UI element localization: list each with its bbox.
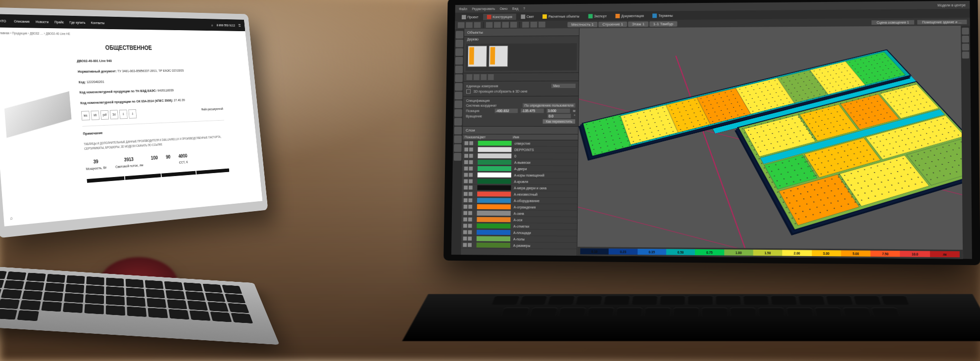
viewport-3d[interactable]: 0.100.230.350.500.751.001.502.003.005.00… bbox=[577, 26, 963, 259]
visibility-toggles[interactable] bbox=[464, 160, 478, 164]
tool-button[interactable] bbox=[466, 22, 473, 28]
layer-row[interactable]: А-кровля bbox=[462, 178, 577, 185]
tab[interactable] bbox=[196, 169, 230, 175]
vtool-button[interactable] bbox=[455, 74, 463, 82]
layer-row[interactable]: А-двери bbox=[462, 166, 578, 172]
tab[interactable] bbox=[161, 171, 196, 177]
tab-project[interactable]: Проект bbox=[458, 14, 482, 20]
menu-item[interactable]: Редактировать bbox=[472, 7, 495, 10]
layer-row[interactable]: отверстие bbox=[463, 140, 578, 147]
tool-button[interactable] bbox=[494, 22, 501, 28]
visibility-toggles[interactable] bbox=[464, 147, 478, 151]
promo-link[interactable]: Модели в центре bbox=[937, 3, 966, 6]
download-icon[interactable]: pdf bbox=[100, 110, 109, 120]
crumb-item[interactable]: Этаж 1 bbox=[628, 21, 648, 27]
vtool-button[interactable] bbox=[454, 118, 462, 126]
crumb-item[interactable]: Местность 1 bbox=[567, 21, 597, 27]
panel-icon-button[interactable] bbox=[481, 74, 487, 80]
vtool-button[interactable] bbox=[456, 31, 464, 39]
menu-item[interactable]: Вид bbox=[512, 6, 518, 10]
visibility-toggles[interactable] bbox=[463, 243, 476, 247]
nav-item[interactable]: Описание bbox=[14, 19, 30, 23]
tab[interactable] bbox=[125, 174, 161, 180]
visibility-toggles[interactable] bbox=[464, 205, 477, 209]
visibility-toggles[interactable] bbox=[464, 173, 478, 177]
vtool-button[interactable] bbox=[454, 144, 462, 152]
thumbnail[interactable] bbox=[468, 45, 487, 67]
pos-z-input[interactable] bbox=[547, 108, 570, 113]
visibility-toggles[interactable] bbox=[464, 179, 477, 183]
checkbox-icon[interactable] bbox=[466, 89, 471, 93]
visibility-toggles[interactable] bbox=[464, 185, 477, 189]
visibility-toggles[interactable] bbox=[464, 141, 478, 145]
visibility-toggles[interactable] bbox=[464, 192, 477, 196]
layer-color-swatch[interactable] bbox=[477, 230, 510, 235]
visibility-toggles[interactable] bbox=[464, 167, 478, 171]
menu-item[interactable]: Файл bbox=[459, 7, 467, 10]
visibility-toggles[interactable] bbox=[463, 211, 477, 215]
layer-color-swatch[interactable] bbox=[477, 217, 510, 222]
layer-color-swatch[interactable] bbox=[478, 173, 511, 178]
tool-button[interactable] bbox=[510, 22, 517, 28]
vtool-button[interactable] bbox=[962, 28, 969, 35]
vtool-button[interactable] bbox=[455, 48, 463, 56]
layer-row[interactable]: А-ограждения bbox=[462, 204, 578, 211]
logo[interactable]: ВЕНТО bbox=[0, 18, 6, 23]
tab-calc-objects[interactable]: Расчетные объекты bbox=[539, 13, 584, 19]
visibility-toggles[interactable] bbox=[464, 154, 478, 158]
layer-row[interactable]: А-неизвестный bbox=[462, 191, 578, 198]
layer-row[interactable]: А-мера двери и окна bbox=[462, 184, 578, 191]
vtool-button[interactable] bbox=[454, 127, 462, 135]
tool-button[interactable] bbox=[486, 22, 493, 28]
vtool-button[interactable] bbox=[454, 135, 462, 143]
download-icon[interactable]: ⇩ bbox=[128, 109, 137, 119]
menu-item[interactable]: Окно bbox=[500, 7, 508, 10]
vtool-button[interactable] bbox=[455, 40, 463, 47]
tab-construction[interactable]: Конструкция bbox=[483, 13, 516, 20]
panel-icon-button[interactable] bbox=[474, 74, 480, 80]
layer-row[interactable]: А-коры помещений bbox=[462, 172, 578, 179]
tool-button[interactable] bbox=[531, 22, 538, 28]
visibility-toggles[interactable] bbox=[463, 236, 477, 240]
rotation-input[interactable] bbox=[548, 114, 571, 118]
layer-row[interactable]: А-вывески bbox=[462, 159, 578, 166]
tool-button[interactable] bbox=[474, 22, 481, 28]
panel-icon-button[interactable] bbox=[488, 74, 494, 80]
layer-color-swatch[interactable] bbox=[477, 204, 511, 209]
vtool-button[interactable] bbox=[962, 51, 970, 58]
panel-icon-button[interactable] bbox=[466, 74, 472, 80]
visibility-toggles[interactable] bbox=[463, 224, 477, 228]
search-icon[interactable]: ⌕ bbox=[10, 215, 13, 221]
tool-button[interactable] bbox=[522, 22, 529, 28]
nav-item[interactable]: Контакты bbox=[91, 20, 104, 25]
layer-color-swatch[interactable] bbox=[477, 224, 510, 228]
layer-color-swatch[interactable] bbox=[478, 160, 511, 165]
crumb-item[interactable]: Строение 1 bbox=[598, 21, 627, 27]
prop-value[interactable]: По определению пользователя bbox=[523, 103, 576, 108]
vtool-button[interactable] bbox=[455, 91, 463, 99]
vtool-button[interactable] bbox=[454, 153, 462, 161]
layer-color-swatch[interactable] bbox=[478, 153, 511, 158]
layer-color-swatch[interactable] bbox=[477, 243, 510, 248]
visibility-toggles[interactable] bbox=[463, 230, 477, 234]
visibility-toggles[interactable] bbox=[463, 218, 477, 222]
menu-item[interactable]: ? bbox=[523, 6, 525, 10]
vtool-button[interactable] bbox=[962, 36, 969, 43]
tab-terms[interactable]: Термины bbox=[649, 12, 677, 19]
download-icon[interactable]: ldt bbox=[91, 111, 99, 120]
pos-x-input[interactable] bbox=[495, 109, 518, 113]
layer-color-swatch[interactable] bbox=[478, 147, 511, 152]
layer-row[interactable]: DEPPOINTS bbox=[462, 146, 578, 153]
prop-value[interactable]: Миз bbox=[551, 84, 576, 88]
search-icon[interactable]: ⌕ bbox=[211, 23, 213, 27]
download-icon[interactable]: ⇩ bbox=[119, 110, 128, 119]
vtool-button[interactable] bbox=[455, 83, 463, 91]
tool-button[interactable] bbox=[458, 22, 465, 28]
vtool-button[interactable] bbox=[455, 57, 463, 65]
download-icon[interactable]: ies bbox=[81, 111, 90, 120]
tab-documentation[interactable]: Документация bbox=[611, 12, 647, 19]
vtool-button[interactable] bbox=[962, 44, 969, 50]
nav-item[interactable]: Где купить bbox=[69, 20, 86, 25]
nav-item[interactable]: Новости bbox=[36, 19, 49, 24]
tab[interactable] bbox=[87, 176, 124, 182]
